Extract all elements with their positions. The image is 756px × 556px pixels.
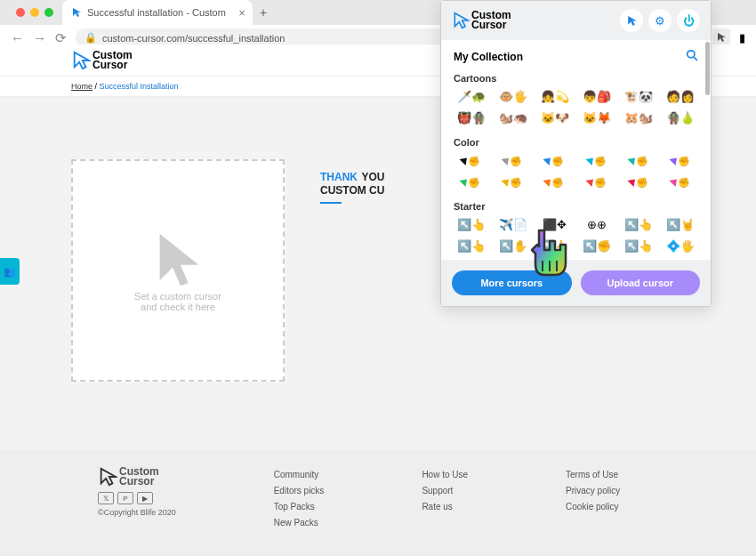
tab-close-icon[interactable]: × — [238, 6, 245, 20]
cursor-option-color[interactable]: ✊ — [537, 173, 572, 190]
category-color: Color — [441, 132, 711, 151]
cursor-option[interactable]: 🐱🐶 — [537, 109, 572, 126]
window-controls — [7, 8, 62, 17]
back-button[interactable]: ← — [11, 30, 24, 45]
cursor-option[interactable]: 💠🖐️ — [664, 237, 698, 254]
twitter-icon[interactable]: 𝕏 — [98, 492, 114, 504]
footer-link[interactable]: Editors picks — [274, 483, 325, 499]
footer-link[interactable]: Top Packs — [274, 499, 325, 515]
big-cursor-icon — [147, 229, 209, 291]
forward-button[interactable]: → — [33, 30, 46, 45]
test-text-2: and check it here — [141, 302, 215, 312]
footer-col-2: How to UseSupportRate us — [422, 467, 468, 556]
cursor-option-color[interactable]: ✊ — [622, 173, 656, 190]
hover-hand-cursor — [525, 227, 574, 284]
browser-tab[interactable]: Successful installation - Custom × — [62, 0, 253, 25]
cursor-option-color[interactable]: ✊ — [664, 173, 698, 190]
upload-cursor-button[interactable]: Upload cursor — [581, 270, 701, 295]
cursor-option[interactable]: ↖️👆 — [622, 237, 656, 254]
minimize-window[interactable] — [30, 8, 39, 17]
category-starter: Starter — [441, 196, 711, 215]
side-tab[interactable]: 👥 — [0, 258, 20, 285]
cursor-option[interactable]: ↖️👆 — [622, 215, 656, 233]
breadcrumb-home[interactable]: Home — [71, 82, 92, 91]
cursor-option[interactable]: 🧌🍐 — [664, 109, 698, 126]
footer-link[interactable]: Community — [274, 467, 325, 483]
cursor-option[interactable]: 👦🎒 — [580, 87, 615, 105]
cartoons-grid: 🗡️🐢🐵🖐️👧💫👦🎒🐮🐼🧑👩👹🧌🐿️🦔🐱🐶🐱🦊🐹🐿️🧌🍐 — [441, 87, 711, 132]
tab-title: Successful installation - Custom — [87, 7, 226, 18]
cursor-option[interactable]: 🗡️🐢 — [454, 87, 488, 105]
collection-title: My Collection — [454, 51, 523, 63]
category-cartoons: Cartoons — [441, 68, 711, 87]
cursor-option[interactable]: ↖️👆 — [454, 237, 488, 254]
cursor-option[interactable]: 🐱🦊 — [580, 109, 615, 126]
social-icons: 𝕏 P ▶ — [98, 492, 176, 504]
cursor-option-color[interactable]: ✊ — [580, 151, 615, 169]
popup-scrollbar[interactable] — [705, 42, 710, 95]
cursor-test-area[interactable]: Set a custom cursor and check it here — [71, 159, 285, 382]
url-text: custom-cursor.com/successful_installatio… — [102, 33, 285, 44]
footer: CustomCursor 𝕏 P ▶ ©Copyright Blife 2020… — [0, 449, 756, 556]
cursor-option-color[interactable]: ✊ — [622, 151, 656, 169]
svg-line-1 — [694, 57, 697, 60]
cursor-option[interactable]: ↖️🤘 — [664, 215, 698, 233]
footer-col-3: Terms of UsePrivacy policyCookie policy — [566, 467, 620, 556]
cursor-option[interactable]: ↖️✊ — [580, 237, 615, 254]
popup-settings-button[interactable]: ⚙ — [648, 9, 672, 32]
footer-link[interactable]: Cookie policy — [566, 499, 620, 515]
footer-link[interactable]: New Packs — [274, 515, 325, 531]
footer-link[interactable]: Support — [422, 483, 468, 499]
footer-brand: CustomCursor 𝕏 P ▶ ©Copyright Blife 2020 — [98, 467, 176, 556]
footer-link[interactable]: How to Use — [422, 467, 468, 483]
new-tab-button[interactable]: + — [260, 5, 267, 20]
cursor-option[interactable]: 🐿️🦔 — [495, 109, 530, 126]
cursor-option-color[interactable]: ✊ — [664, 151, 698, 169]
footer-link[interactable]: Terms of Use — [566, 467, 620, 483]
cursor-option-color[interactable]: ✊ — [454, 173, 488, 190]
copyright: ©Copyright Blife 2020 — [98, 508, 176, 517]
footer-link[interactable]: Rate us — [422, 499, 468, 515]
footer-logo-icon — [98, 467, 117, 487]
footer-col-1: CommunityEditors picksTop PacksNew Packs — [274, 467, 325, 556]
cursor-option[interactable]: 👹🧌 — [454, 109, 488, 126]
cursor-option[interactable]: 👧💫 — [537, 87, 572, 105]
cursor-option[interactable]: 🐵🖐️ — [495, 87, 530, 105]
maximize-window[interactable] — [44, 8, 53, 17]
extension-popup: CustomCursor ⚙ ⏻ My Collection Cartoons … — [440, 0, 712, 307]
color-grid: ✊✊✊✊✊✊✊✊✊✊✊✊ — [441, 151, 711, 196]
breadcrumb-current[interactable]: Successful Installation — [100, 82, 179, 91]
cursor-option[interactable]: ⊕⊕ — [580, 215, 615, 233]
close-window[interactable] — [16, 8, 25, 17]
popup-power-button[interactable]: ⏻ — [677, 9, 700, 32]
popup-logo: CustomCursor — [452, 11, 511, 30]
thankyou-block: THANK YOU CUSTOM CU — [320, 168, 384, 382]
cursor-option-color[interactable]: ✊ — [495, 173, 530, 190]
cursor-option[interactable]: 🧑👩 — [664, 87, 698, 105]
cursor-logo-icon — [452, 12, 470, 29]
cursor-logo-icon — [71, 51, 91, 70]
reload-button[interactable]: ⟳ — [55, 30, 67, 46]
cursor-option[interactable]: 🐹🐿️ — [622, 109, 656, 126]
footer-link[interactable]: Privacy policy — [566, 483, 620, 499]
cursor-option-color[interactable]: ✊ — [580, 173, 615, 190]
test-text-1: Set a custom cursor — [134, 291, 221, 302]
cursor-option[interactable]: 🐮🐼 — [622, 87, 656, 105]
accent-line — [320, 202, 342, 204]
svg-point-0 — [688, 51, 695, 58]
other-ext-icon[interactable]: ▮ — [739, 31, 745, 44]
starter-grid: ↖️👆✈️📄⬛✥⊕⊕↖️👆↖️🤘↖️👆↖️✋↖️👆↖️✊↖️👆💠🖐️ — [441, 215, 711, 260]
header-logo[interactable]: CustomCursor — [71, 51, 133, 70]
tab-favicon — [71, 7, 82, 18]
popup-footer: More cursors Upload cursor — [441, 260, 711, 306]
pinterest-icon[interactable]: P — [117, 492, 133, 504]
popup-header: CustomCursor ⚙ ⏻ — [441, 1, 711, 40]
cursor-option[interactable]: ↖️👆 — [454, 215, 488, 233]
cursor-option-color[interactable]: ✊ — [454, 151, 488, 169]
cursor-option-color[interactable]: ✊ — [537, 151, 572, 169]
cursor-option-color[interactable]: ✊ — [495, 151, 530, 169]
popup-pointer-button[interactable] — [620, 9, 643, 32]
lock-icon: 🔒 — [84, 32, 97, 44]
search-icon[interactable] — [686, 49, 698, 64]
youtube-icon[interactable]: ▶ — [137, 492, 153, 504]
